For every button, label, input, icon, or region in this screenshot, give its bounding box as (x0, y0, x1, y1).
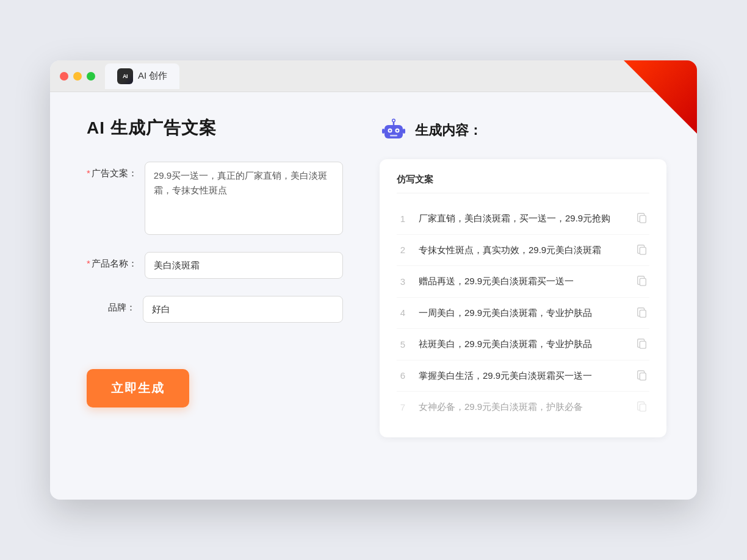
brand-input[interactable] (143, 296, 343, 323)
result-number: 4 (397, 307, 409, 318)
svg-rect-16 (640, 373, 646, 380)
result-item: 6掌握美白生活，29.9元美白淡斑霜买一送一 (397, 361, 649, 392)
svg-point-8 (393, 120, 395, 121)
robot-icon (380, 117, 408, 145)
svg-point-3 (389, 130, 391, 132)
result-text: 厂家直销，美白淡斑霜，买一送一，29.9元抢购 (419, 212, 626, 226)
svg-point-4 (397, 130, 399, 132)
minimize-button[interactable] (73, 72, 82, 81)
right-panel: 生成内容： 仿写文案 1厂家直销，美白淡斑霜，买一送一，29.9元抢购 2专抹女… (380, 117, 666, 470)
ad-copy-label: *广告文案： (87, 162, 137, 179)
close-button[interactable] (60, 72, 68, 81)
browser-window: AI 创作 AI 生成广告文案 *广告文案： 29.9买一送一，真正的厂家直销，… (50, 60, 697, 500)
result-text: 专抹女性斑点，真实功效，29.9元美白淡斑霜 (419, 243, 626, 257)
maximize-button[interactable] (87, 72, 95, 81)
svg-rect-11 (640, 216, 646, 223)
copy-icon[interactable] (636, 212, 649, 225)
ad-copy-textarea[interactable]: 29.9买一送一，真正的厂家直销，美白淡斑霜，专抹女性斑点 (145, 162, 343, 235)
svg-rect-13 (640, 279, 646, 286)
svg-rect-10 (403, 129, 405, 134)
brand-row: 品牌： (87, 296, 343, 323)
result-text: 女神必备，29.9元美白淡斑霜，护肤必备 (419, 400, 626, 414)
generated-title: 生成内容： (415, 121, 482, 140)
result-text: 一周美白，29.9元美白淡斑霜，专业护肤品 (419, 306, 626, 320)
required-star-2: * (87, 258, 90, 268)
svg-rect-9 (382, 129, 384, 134)
title-bar: AI 创作 (50, 60, 697, 92)
result-text: 赠品再送，29.9元美白淡斑霜买一送一 (419, 275, 626, 289)
tab-ai-create[interactable]: AI 创作 (105, 63, 179, 89)
svg-rect-0 (384, 125, 403, 138)
svg-rect-5 (390, 135, 397, 137)
results-header: 仿写文案 (397, 174, 649, 193)
result-item: 4一周美白，29.9元美白淡斑霜，专业护肤品 (397, 298, 649, 329)
result-number: 6 (397, 370, 409, 381)
ad-copy-row: *广告文案： 29.9买一送一，真正的厂家直销，美白淡斑霜，专抹女性斑点 (87, 162, 343, 235)
result-text: 祛斑美白，29.9元美白淡斑霜，专业护肤品 (419, 337, 626, 351)
result-item: 1厂家直销，美白淡斑霜，买一送一，29.9元抢购 (397, 203, 649, 235)
result-item: 3赠品再送，29.9元美白淡斑霜买一送一 (397, 266, 649, 298)
copy-icon[interactable] (636, 369, 649, 382)
result-text: 掌握美白生活，29.9元美白淡斑霜买一送一 (419, 369, 626, 383)
brand-label: 品牌： (87, 296, 135, 314)
page-title: AI 生成广告文案 (87, 117, 343, 140)
svg-rect-15 (640, 342, 646, 349)
result-number: 1 (397, 214, 409, 224)
results-list: 1厂家直销，美白淡斑霜，买一送一，29.9元抢购 2专抹女性斑点，真实功效，29… (397, 203, 649, 423)
svg-rect-17 (640, 404, 646, 412)
results-card: 仿写文案 1厂家直销，美白淡斑霜，买一送一，29.9元抢购 2专抹女性斑点，真实… (380, 159, 666, 437)
copy-icon[interactable] (636, 243, 649, 257)
copy-icon[interactable] (636, 337, 649, 351)
result-number: 2 (397, 245, 409, 255)
product-name-label: *产品名称： (87, 252, 137, 270)
copy-icon[interactable] (636, 400, 649, 414)
left-panel: AI 生成广告文案 *广告文案： 29.9买一送一，真正的厂家直销，美白淡斑霜，… (87, 117, 343, 470)
traffic-lights (60, 72, 95, 81)
result-item: 2专抹女性斑点，真实功效，29.9元美白淡斑霜 (397, 235, 649, 267)
svg-rect-12 (640, 247, 646, 254)
main-content: AI 生成广告文案 *广告文案： 29.9买一送一，真正的厂家直销，美白淡斑霜，… (50, 92, 697, 495)
product-name-input[interactable] (145, 252, 343, 279)
result-item: 7女神必备，29.9元美白淡斑霜，护肤必备 (397, 392, 649, 423)
result-number: 5 (397, 339, 409, 350)
result-number: 7 (397, 402, 409, 412)
result-item: 5祛斑美白，29.9元美白淡斑霜，专业护肤品 (397, 329, 649, 361)
svg-rect-14 (640, 310, 646, 317)
required-star-1: * (87, 168, 90, 178)
product-name-row: *产品名称： (87, 252, 343, 279)
result-number: 3 (397, 276, 409, 287)
tab-label: AI 创作 (138, 70, 167, 82)
ai-tab-icon (117, 68, 133, 84)
generate-button[interactable]: 立即生成 (87, 369, 189, 407)
right-header: 生成内容： (380, 117, 666, 145)
copy-icon[interactable] (636, 275, 649, 288)
copy-icon[interactable] (636, 306, 649, 320)
